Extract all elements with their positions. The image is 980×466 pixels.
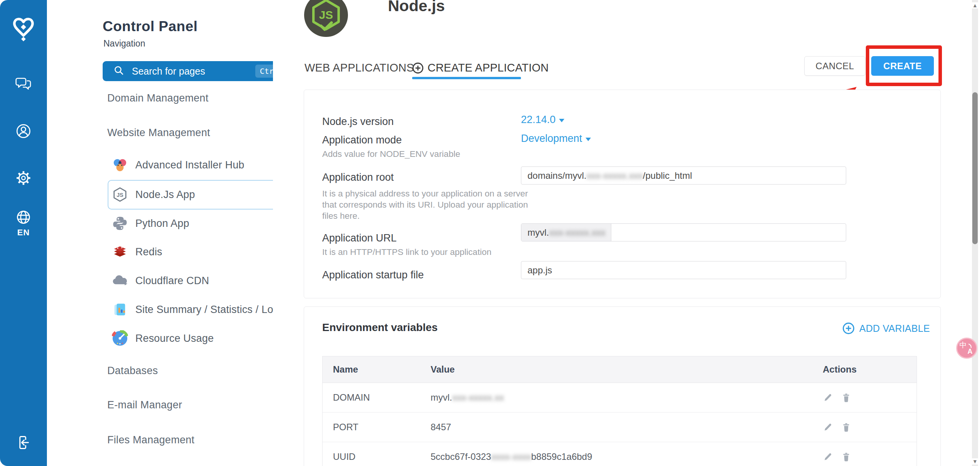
chat-icon[interactable] [0, 75, 47, 92]
sidebar-group-files-management[interactable]: Files Management [107, 431, 291, 448]
redacted-text: xxx-xxxxx.xx [452, 392, 504, 403]
table-row-domain: DOMAIN myvl.xxx-xxxxx.xx [323, 383, 917, 413]
python-icon [111, 215, 128, 232]
nodejs-hexagon-icon: JS [111, 186, 128, 203]
column-header-name: Name [323, 364, 431, 375]
table-row-port: PORT 8457 [323, 413, 917, 442]
caret-down-icon [586, 138, 591, 141]
active-tab-underline [412, 77, 521, 79]
sidebar-title: Control Panel [103, 18, 198, 35]
page-title: Node.js [388, 0, 445, 15]
statistics-icon [111, 301, 128, 318]
version-label: Node.js version [322, 116, 394, 128]
create-button[interactable]: CREATE [871, 56, 934, 76]
create-application-form-card: Node.js version 22.14.0 Application mode… [304, 90, 941, 298]
startup-file-input[interactable]: app.js [521, 261, 846, 279]
caret-down-icon [559, 119, 564, 122]
brand-logo-icon[interactable] [0, 17, 47, 43]
url-domain-prefix: myvl.xxx-xxxxx.xxx [521, 224, 611, 241]
sidebar-group-website-management[interactable]: Website Management [107, 124, 291, 141]
sidebar-subtitle: Navigation [103, 38, 145, 49]
svg-text:JS: JS [319, 8, 333, 21]
sidebar-group-databases[interactable]: Databases [107, 362, 291, 379]
search-input[interactable]: Search for pages Ctrl J [103, 61, 298, 81]
edit-pencil-icon[interactable] [823, 452, 833, 462]
edit-pencil-icon[interactable] [823, 422, 833, 432]
installer-hub-icon [111, 156, 128, 173]
environment-variables-card: Environment variables ADD VARIABLE Name … [304, 306, 941, 466]
column-header-actions: Actions [823, 364, 917, 375]
search-icon [113, 65, 124, 77]
redacted-text: xxxx-xxxx [491, 451, 531, 462]
plus-circle-icon [412, 62, 424, 74]
page-scroll-up-arrow[interactable]: ▲ [972, 2, 978, 8]
tab-web-applications[interactable]: WEB APPLICATIONS [304, 62, 414, 74]
globe-icon[interactable] [0, 208, 47, 226]
root-label: Application root [322, 171, 394, 183]
icon-rail: EN [0, 0, 47, 466]
gauge-icon [111, 330, 128, 347]
svg-text:A: A [968, 348, 973, 355]
plus-circle-icon [842, 322, 855, 335]
page-scroll-down-arrow[interactable]: ▼ [972, 458, 978, 464]
sidebar-item-cloudflare-cdn[interactable]: Cloudflare CDN [111, 271, 296, 290]
sidebar-item-site-summary[interactable]: Site Summary / Statistics / Logs [111, 300, 296, 319]
version-dropdown[interactable]: 22.14.0 [521, 114, 564, 126]
logout-icon[interactable] [0, 434, 47, 451]
cancel-button[interactable]: CANCEL [804, 56, 865, 76]
sidebar-group-domain-management[interactable]: Domain Management [107, 90, 291, 107]
redis-icon [111, 243, 128, 260]
env-variables-table: Name Value Actions DOMAIN myvl.xxx-xxxxx… [322, 356, 917, 466]
gear-icon[interactable] [0, 169, 47, 187]
table-header-row: Name Value Actions [323, 356, 917, 383]
page-scrollbar-thumb[interactable] [972, 92, 978, 244]
search-placeholder: Search for pages [132, 66, 255, 77]
delete-trash-icon[interactable] [841, 452, 851, 462]
delete-trash-icon[interactable] [841, 422, 851, 432]
add-variable-button[interactable]: ADD VARIABLE [842, 322, 930, 335]
mode-help-text: Adds value for NODE_ENV variable [322, 148, 460, 160]
sidebar-item-resource-usage[interactable]: Resource Usage [111, 329, 296, 348]
sidebar: Control Panel Navigation Search for page… [47, 0, 273, 466]
root-help-text: It is a physical address to your applica… [322, 188, 543, 221]
table-row-uuid: UUID 5ccbc67f-0323 xxxx-xxxx b8859c1a6bd… [323, 442, 917, 466]
sidebar-group-email-manager[interactable]: E-mail Manager [107, 396, 291, 413]
column-header-value: Value [431, 364, 823, 375]
cloud-icon [111, 272, 128, 289]
nodejs-logo-icon: JS [304, 0, 348, 37]
root-input[interactable]: domains/myvl.xxx-xxxxx.xxx/public_html [521, 166, 846, 185]
sidebar-item-python-app[interactable]: Python App [111, 214, 296, 233]
url-label: Application URL [322, 232, 397, 244]
svg-text:JS: JS [116, 192, 123, 198]
user-icon[interactable] [0, 122, 47, 140]
tab-create-application[interactable]: CREATE APPLICATION [412, 62, 549, 74]
sidebar-item-advanced-installer-hub[interactable]: Advanced Installer Hub [111, 155, 296, 175]
language-label[interactable]: EN [0, 228, 47, 238]
sidebar-item-redis[interactable]: Redis [111, 242, 296, 261]
url-input[interactable]: myvl.xxx-xxxxx.xxx [521, 223, 846, 241]
env-section-title: Environment variables [322, 321, 438, 334]
translate-badge[interactable]: 中 A [956, 337, 978, 359]
redacted-text: xxx-xxxxx.xxx [549, 227, 606, 238]
redacted-text: xxx-xxxxx.xxx [586, 170, 643, 181]
svg-text:中: 中 [960, 341, 967, 349]
edit-pencil-icon[interactable] [823, 393, 833, 403]
startup-label: Application startup file [322, 269, 424, 281]
mode-label: Application mode [322, 134, 402, 146]
url-help-text: It is an HTTP/HTTPS link to your applica… [322, 246, 491, 258]
sidebar-item-nodejs-app[interactable]: JS Node.Js App [111, 185, 296, 204]
mode-dropdown[interactable]: Development [521, 133, 591, 145]
app-window: EN Control Panel Navigation Search for p… [0, 0, 980, 466]
delete-trash-icon[interactable] [841, 393, 851, 403]
